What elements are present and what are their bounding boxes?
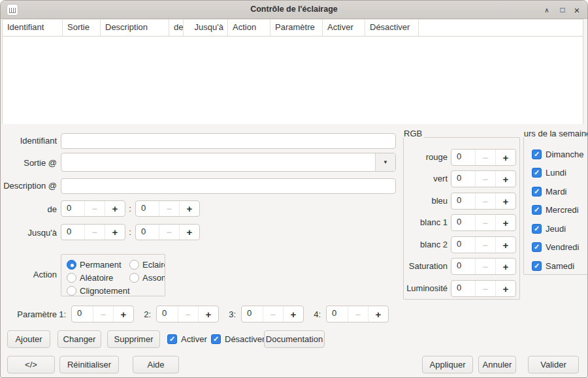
plus-icon[interactable]: + — [495, 171, 515, 187]
spin-value[interactable]: 0 — [72, 306, 93, 322]
spin-value[interactable]: 0 — [451, 215, 475, 230]
code-button[interactable]: </> — [7, 356, 55, 373]
valider-button[interactable]: Valider — [528, 356, 579, 373]
checkbox-checked-icon[interactable]: ✓ — [532, 205, 542, 215]
close-icon[interactable]: × — [570, 1, 583, 19]
col-identifiant[interactable]: Identifiant — [3, 20, 63, 36]
minus-icon[interactable]: − — [475, 215, 495, 230]
spin-value[interactable]: 0 — [61, 201, 84, 216]
plus-icon[interactable]: + — [495, 215, 515, 230]
bleu-spinbox[interactable]: 0 − + — [451, 193, 516, 210]
rouge-spinbox[interactable]: 0 − + — [451, 149, 516, 166]
spin-value[interactable]: 0 — [157, 306, 178, 322]
annuler-button[interactable]: Annuler — [478, 356, 516, 373]
checkbox-checked-icon[interactable]: ✓ — [532, 150, 542, 159]
day-checkbox-lundi[interactable]: ✓ Lundi — [532, 168, 566, 178]
spin-value[interactable]: 0 — [136, 201, 159, 216]
minimize-icon[interactable]: ∧ — [540, 1, 553, 19]
plus-icon[interactable]: + — [105, 225, 125, 240]
radio-icon[interactable] — [129, 273, 139, 283]
checkbox-checked-icon[interactable]: ✓ — [532, 261, 542, 271]
minus-icon[interactable]: − — [475, 171, 495, 187]
minus-icon[interactable]: − — [159, 225, 179, 240]
aide-button[interactable]: Aide — [133, 356, 179, 373]
day-checkbox-dimanche[interactable]: ✓ Dimanche — [532, 150, 584, 159]
ajouter-button[interactable]: Ajouter — [7, 330, 50, 348]
sortie-combobox[interactable]: ▼ — [61, 153, 396, 172]
plus-icon[interactable]: + — [495, 150, 515, 165]
spin-value[interactable]: 0 — [61, 225, 84, 240]
plus-icon[interactable]: + — [495, 281, 515, 296]
blanc2-spinbox[interactable]: 0 − + — [451, 236, 516, 253]
plus-icon[interactable]: + — [283, 306, 303, 322]
blanc1-spinbox[interactable]: 0 − + — [451, 214, 516, 231]
checkbox-checked-icon[interactable]: ✓ — [532, 168, 542, 178]
spin-value[interactable]: 0 — [451, 237, 475, 253]
minus-icon[interactable]: − — [263, 306, 283, 322]
param3-spinbox[interactable]: 0 − + — [241, 306, 304, 323]
vert-spinbox[interactable]: 0 − + — [451, 170, 516, 187]
spin-value[interactable]: 0 — [136, 225, 159, 240]
minus-icon[interactable]: − — [475, 281, 495, 296]
minus-icon[interactable]: − — [348, 306, 368, 322]
activer-checkbox[interactable]: ✓ Activer — [167, 334, 207, 344]
param4-spinbox[interactable]: 0 − + — [326, 306, 389, 323]
checkbox-checked-icon[interactable]: ✓ — [167, 334, 177, 344]
minus-icon[interactable]: − — [84, 201, 105, 216]
plus-icon[interactable]: + — [368, 306, 388, 322]
minus-icon[interactable]: − — [159, 201, 179, 216]
radio-permanent[interactable]: Permanent — [67, 260, 122, 270]
day-checkbox-mercredi[interactable]: ✓ Mercredi — [532, 205, 579, 215]
col-activer[interactable]: Activer — [323, 20, 365, 36]
col-desactiver[interactable]: Désactiver — [365, 20, 419, 36]
spin-value[interactable]: 0 — [327, 306, 348, 322]
titlebar[interactable]: Contrôle de l'éclairage ∧ □ × — [1, 1, 587, 19]
checkbox-checked-icon[interactable]: ✓ — [532, 224, 542, 234]
documentation-button[interactable]: Documentation — [264, 330, 325, 348]
jusqua-hour-spinbox[interactable]: 0 − + — [61, 224, 125, 240]
col-sortie[interactable]: Sortie — [63, 20, 101, 36]
spin-value[interactable]: 0 — [242, 306, 263, 322]
de-minute-spinbox[interactable]: 0 − + — [135, 200, 200, 217]
col-action[interactable]: Action — [228, 20, 270, 36]
changer-button[interactable]: Changer — [57, 330, 101, 348]
radio-eclairc[interactable]: Eclairc — [129, 260, 165, 270]
col-parametre[interactable]: Paramètre — [270, 20, 323, 36]
plus-icon[interactable]: + — [113, 306, 133, 322]
spin-value[interactable]: 0 — [451, 150, 475, 165]
radio-aleatoire[interactable]: Aléatoire — [67, 273, 113, 283]
saturation-spinbox[interactable]: 0 − + — [451, 258, 516, 275]
spin-value[interactable]: 0 — [451, 171, 475, 187]
maximize-icon[interactable]: □ — [556, 1, 569, 19]
minus-icon[interactable]: − — [475, 237, 495, 253]
col-de[interactable]: de — [169, 20, 184, 36]
radio-icon[interactable] — [129, 260, 139, 270]
plus-icon[interactable]: + — [179, 225, 199, 240]
col-jusqua[interactable]: Jusqu'à — [184, 20, 228, 36]
plus-icon[interactable]: + — [105, 201, 125, 216]
appliquer-button[interactable]: Appliquer — [422, 356, 473, 373]
day-checkbox-vendredi[interactable]: ✓ Vendredi — [532, 242, 579, 252]
day-checkbox-samedi[interactable]: ✓ Samedi — [532, 261, 574, 271]
spin-value[interactable]: 0 — [451, 281, 475, 296]
checkbox-checked-icon[interactable]: ✓ — [532, 242, 542, 252]
table-body-empty[interactable] — [3, 37, 583, 124]
luminosite-spinbox[interactable]: 0 − + — [451, 280, 516, 297]
spin-value[interactable]: 0 — [451, 193, 475, 209]
col-description[interactable]: Description — [101, 20, 169, 36]
checkbox-checked-icon[interactable]: ✓ — [211, 334, 221, 344]
day-checkbox-mardi[interactable]: ✓ Mardi — [532, 187, 567, 197]
minus-icon[interactable]: − — [475, 150, 495, 165]
spin-value[interactable]: 0 — [451, 259, 475, 274]
param2-spinbox[interactable]: 0 − + — [156, 306, 219, 323]
minus-icon[interactable]: − — [178, 306, 198, 322]
de-hour-spinbox[interactable]: 0 − + — [61, 200, 125, 217]
checkbox-checked-icon[interactable]: ✓ — [532, 187, 542, 197]
minus-icon[interactable]: − — [475, 259, 495, 274]
jusqua-minute-spinbox[interactable]: 0 − + — [135, 224, 200, 240]
day-checkbox-jeudi[interactable]: ✓ Jeudi — [532, 224, 566, 234]
chevron-down-icon[interactable]: ▼ — [375, 153, 395, 171]
desactiver-checkbox[interactable]: ✓ Désactiver — [211, 334, 265, 344]
radio-assom[interactable]: Assom — [129, 273, 165, 283]
param1-spinbox[interactable]: 0 − + — [71, 306, 134, 323]
